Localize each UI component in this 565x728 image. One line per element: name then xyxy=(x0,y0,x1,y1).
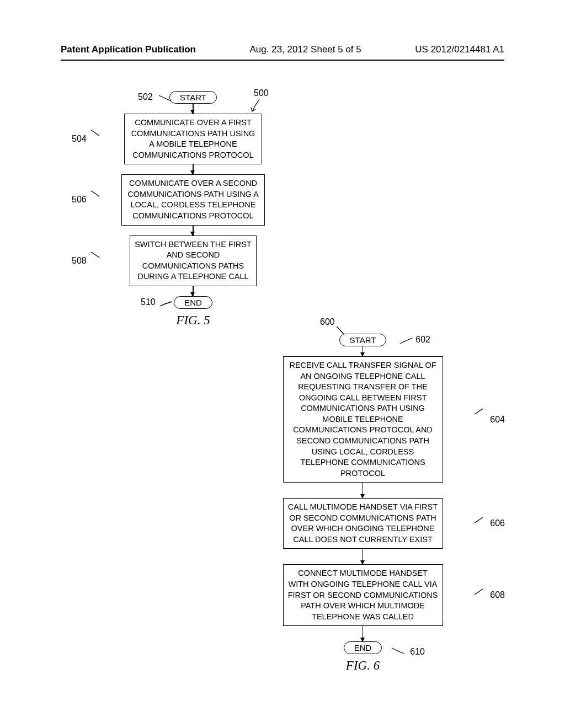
fig5-end-row: 510 END xyxy=(99,296,287,309)
fig5-step2-ref: 506 xyxy=(72,195,87,205)
page-header: Patent Application Publication Aug. 23, … xyxy=(61,44,504,55)
diagram-area: 500 502 START 504 COMMUNICATE OVER A FIR… xyxy=(61,91,504,706)
fig5-step1-row: 504 COMMUNICATE OVER A FIRST COMMUNICATI… xyxy=(99,114,287,164)
fig5-start-ref-leader xyxy=(159,95,173,104)
fig5-end-ref: 510 xyxy=(141,297,156,307)
fig6-start-ref: 602 xyxy=(415,335,430,345)
fig6-start-ref-leader xyxy=(400,338,414,346)
fig5-step3-box: SWITCH BETWEEN THE FIRST AND SECOND COMM… xyxy=(130,235,257,286)
fig5-step1-ref: 504 xyxy=(72,134,87,144)
fig6-end-row: END 610 xyxy=(251,641,475,654)
arrow-down-icon xyxy=(193,286,194,296)
fig5-step2-box: COMMUNICATE OVER A SECOND COMMUNICATIONS… xyxy=(121,174,265,225)
fig6-end-ref: 610 xyxy=(410,647,425,657)
arrow-down-icon xyxy=(363,483,364,498)
fig5-start-row: 502 START xyxy=(99,91,287,104)
fig6-main-ref: 600 xyxy=(320,317,335,327)
fig6-start-row: START 602 xyxy=(251,334,475,346)
fig6-step3-box: CONNECT MULTIMODE HANDSET WITH ONGOING T… xyxy=(283,564,443,626)
figure-6: 600 START 602 RECEIVE CALL TRANSFER SIGN… xyxy=(251,320,475,673)
fig5-start-terminator: START xyxy=(169,91,217,104)
fig6-step1-row: RECEIVE CALL TRANSFER SIGNAL OF AN ONGOI… xyxy=(251,356,475,483)
header-divider xyxy=(61,60,504,61)
fig5-step3-row: 508 SWITCH BETWEEN THE FIRST AND SECOND … xyxy=(99,235,287,286)
header-publication-number: US 2012/0214481 A1 xyxy=(415,44,504,55)
fig6-step1-ref: 604 xyxy=(490,415,505,425)
header-date-sheet: Aug. 23, 2012 Sheet 5 of 5 xyxy=(250,44,361,55)
arrow-down-icon xyxy=(193,226,194,235)
fig6-end-terminator: END xyxy=(344,641,382,654)
fig6-caption: FIG. 6 xyxy=(251,659,475,673)
fig6-step3-ref-leader xyxy=(475,589,486,597)
fig6-step3-ref: 608 xyxy=(490,590,505,600)
arrow-down-icon xyxy=(363,626,364,641)
fig6-end-ref-leader xyxy=(392,648,406,656)
fig6-step1-ref-leader xyxy=(475,409,486,417)
figure-5: 500 502 START 504 COMMUNICATE OVER A FIR… xyxy=(99,91,287,328)
fig5-step2-row: 506 COMMUNICATE OVER A SECOND COMMUNICAT… xyxy=(99,174,287,225)
fig6-step2-row: CALL MULTIMODE HANDSET VIA FIRST OR SECO… xyxy=(251,498,475,549)
fig6-start-terminator: START xyxy=(339,334,387,346)
fig6-step2-ref-leader xyxy=(475,517,486,526)
fig5-end-ref-leader xyxy=(160,301,174,309)
arrow-down-icon xyxy=(193,104,194,114)
fig5-step2-ref-leader xyxy=(91,191,102,199)
arrow-down-icon xyxy=(363,549,364,564)
arrow-down-icon xyxy=(363,346,364,356)
fig6-step2-box: CALL MULTIMODE HANDSET VIA FIRST OR SECO… xyxy=(283,498,443,549)
fig6-step1-box: RECEIVE CALL TRANSFER SIGNAL OF AN ONGOI… xyxy=(283,356,443,483)
fig6-step3-row: CONNECT MULTIMODE HANDSET WITH ONGOING T… xyxy=(251,564,475,626)
header-publication-type: Patent Application Publication xyxy=(61,44,196,55)
fig5-step1-ref-leader xyxy=(91,130,102,138)
arrow-down-icon xyxy=(193,164,194,174)
fig5-end-terminator: END xyxy=(174,296,212,309)
fig5-step3-ref-leader xyxy=(91,252,102,260)
fig5-start-ref: 502 xyxy=(138,92,153,102)
fig5-step3-ref: 508 xyxy=(72,256,87,266)
fig5-step1-box: COMMUNICATE OVER A FIRST COMMUNICATIONS … xyxy=(124,114,262,164)
fig6-step2-ref: 606 xyxy=(490,518,505,528)
